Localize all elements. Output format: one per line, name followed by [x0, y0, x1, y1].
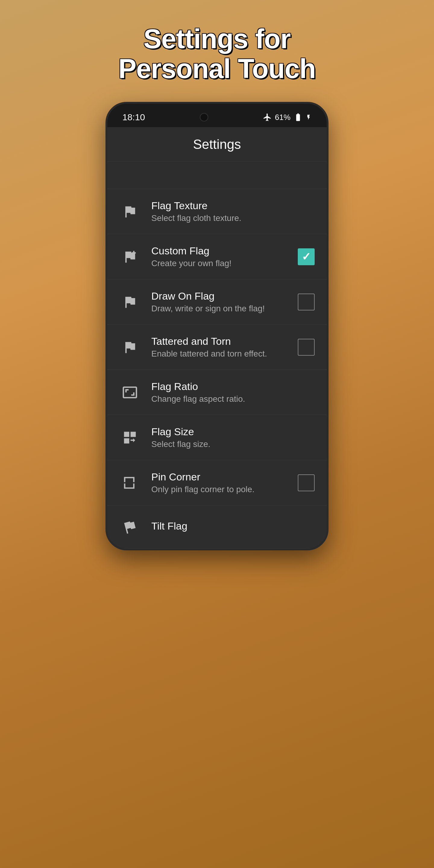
app-bar: Settings: [107, 127, 327, 162]
draw-flag-icon: [119, 291, 141, 313]
tilt-flag-title: Tilt Flag: [151, 520, 315, 532]
pin-corner-subtitle: Only pin flag corner to pole.: [151, 485, 292, 494]
flag-ratio-title: Flag Ratio: [151, 381, 315, 393]
settings-item-flag-texture[interactable]: Flag Texture Select flag cloth texture.: [107, 189, 327, 234]
pin-corner-title: Pin Corner: [151, 471, 292, 483]
settings-item-flag-size[interactable]: Flag Size Select flag size.: [107, 415, 327, 460]
battery-icon: [293, 113, 303, 122]
custom-flag-title: Custom Flag: [151, 245, 292, 257]
phone-frame: 18:10 61% Settings: [105, 102, 329, 550]
tattered-torn-checkbox[interactable]: [298, 339, 315, 355]
settings-item-custom-flag[interactable]: Custom Flag Create your own flag!: [107, 234, 327, 279]
draw-flag-checkbox[interactable]: [298, 293, 315, 310]
flag-size-subtitle: Select flag size.: [151, 439, 315, 449]
pin-corner-icon: [119, 472, 141, 493]
settings-item-draw-on-flag[interactable]: Draw On Flag Draw, write or sign on the …: [107, 279, 327, 324]
settings-item-tattered-torn[interactable]: Tattered and Torn Enable tattered and to…: [107, 324, 327, 370]
status-bar: 18:10 61%: [107, 104, 327, 127]
tattered-torn-subtitle: Enable tattered and torn effect.: [151, 349, 292, 359]
airplane-icon: [263, 113, 272, 122]
flag-size-icon: [119, 427, 141, 448]
phone-container: 18:10 61% Settings: [105, 102, 329, 550]
status-icons: 61%: [263, 113, 312, 122]
tattered-torn-title: Tattered and Torn: [151, 336, 292, 347]
section-divider: [107, 162, 327, 189]
flag-texture-title: Flag Texture: [151, 200, 315, 212]
flag-texture-icon: [119, 201, 141, 222]
flag-ratio-subtitle: Change flag aspect ratio.: [151, 394, 315, 404]
app-bar-title: Settings: [119, 137, 315, 152]
settings-item-pin-corner[interactable]: Pin Corner Only pin flag corner to pole.: [107, 460, 327, 505]
settings-item-flag-ratio[interactable]: Flag Ratio Change flag aspect ratio.: [107, 370, 327, 415]
custom-flag-subtitle: Create your own flag!: [151, 258, 292, 268]
charging-icon: [306, 114, 312, 120]
tattered-flag-icon: [119, 337, 141, 358]
camera-notch: [200, 113, 208, 121]
settings-item-tilt-flag[interactable]: Tilt Flag: [107, 505, 327, 549]
pin-corner-checkbox[interactable]: [298, 474, 315, 491]
flag-size-title: Flag Size: [151, 426, 315, 438]
tilt-flag-icon: [119, 516, 141, 537]
custom-flag-icon: [119, 246, 141, 267]
status-time: 18:10: [122, 112, 145, 122]
aspect-ratio-icon: [119, 382, 141, 403]
battery-text: 61%: [275, 113, 290, 122]
draw-flag-title: Draw On Flag: [151, 290, 292, 302]
page-title: Settings for Personal Touch: [100, 24, 334, 84]
settings-list: Flag Texture Select flag cloth texture. …: [107, 162, 327, 549]
custom-flag-checkbox[interactable]: [298, 248, 315, 265]
flag-texture-subtitle: Select flag cloth texture.: [151, 213, 315, 223]
draw-flag-subtitle: Draw, write or sign on the flag!: [151, 304, 292, 313]
